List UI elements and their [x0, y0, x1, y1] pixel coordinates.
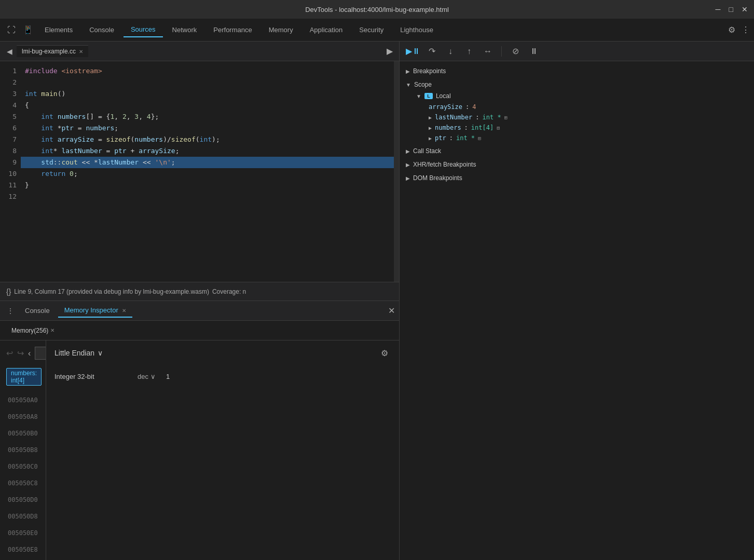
code-scrollbar[interactable] — [394, 61, 399, 282]
step-into-button[interactable]: ↓ — [443, 44, 458, 59]
scope-item-arraysize[interactable]: arraySize : 4 — [422, 102, 754, 112]
breakpoints-section: ▶ Breakpoints — [400, 65, 754, 77]
close-all-panels[interactable]: ✕ — [388, 306, 395, 316]
tabbar-right: ⚙ ⋮ — [728, 25, 750, 35]
address-input[interactable] — [35, 347, 46, 360]
memory-256-tab[interactable]: Memory(256) ✕ — [6, 325, 60, 336]
breakpoints-triangle: ▶ — [406, 69, 410, 74]
memory-inspector-panel: Little Endian ∨ ⚙ Integer 32-bit dec ∨ 1 — [46, 340, 399, 560]
file-tab-name: lmi-bug-example.cc — [22, 48, 76, 55]
memory-subtabs: Memory(256) ✕ — [0, 321, 399, 340]
format-icon[interactable]: {} — [6, 288, 11, 296]
code-line-10: return 0; — [21, 168, 394, 180]
tab-application[interactable]: Application — [303, 23, 350, 37]
addr-back-button[interactable]: ↩ — [6, 347, 13, 360]
tab-elements[interactable]: Elements — [37, 23, 80, 37]
dom-section: ▶ DOM Breakpoints — [400, 172, 754, 184]
scope-triangle: ▼ — [406, 82, 411, 88]
hex-row-10: 005050E8 10515000 1E515000 . Q P . □ Q P… — [6, 541, 46, 558]
debugger-toolbar: ▶⏸ ↷ ↓ ↑ ↔ ⊘ ⏸ — [400, 42, 754, 61]
toolbar-divider — [501, 46, 502, 57]
memory-main: ↩ ↪ ‹ › ↻ numbers: int[4] — [0, 340, 399, 560]
tab-performance[interactable]: Performance — [206, 23, 259, 37]
status-bar: {} Line 9, Column 17 (provided via debug… — [0, 282, 399, 301]
run-icon[interactable]: ▶ — [382, 46, 397, 56]
hex-row-5: 005050C0 2E2F7468 69732E70 . / t h i s .… — [6, 458, 46, 475]
tab-memory-inspector[interactable]: Memory Inspector ✕ — [58, 304, 133, 318]
file-tab-close[interactable]: ✕ — [79, 49, 83, 54]
resume-button[interactable]: ▶⏸ — [406, 44, 420, 59]
right-panel: ▶⏸ ↷ ↓ ↑ ↔ ⊘ ⏸ ▶ Breakpoints ▼ Scope — [400, 42, 754, 560]
file-tabs: ◀ lmi-bug-example.cc ✕ ▶ — [0, 42, 399, 61]
code-line-9: std::cout << *lastNumber << '\n'; — [21, 157, 394, 168]
hex-table: 005050A0 01 00 00 00 — [6, 392, 46, 558]
dom-header[interactable]: ▶ DOM Breakpoints — [400, 172, 754, 184]
scope-item-ptr[interactable]: ▶ ptr : int * ⊞ — [422, 133, 754, 143]
addr-forward-button[interactable]: ↪ — [17, 347, 24, 360]
memory-inspector-tab-close[interactable]: ✕ — [122, 308, 126, 313]
sidebar-toggle[interactable]: ◀ — [2, 44, 17, 59]
dom-label: DOM Breakpoints — [413, 174, 462, 182]
xhr-header[interactable]: ▶ XHR/fetch Breakpoints — [400, 159, 754, 170]
callstack-section: ▶ Call Stack — [400, 145, 754, 157]
device-icon[interactable]: 📱 — [21, 23, 35, 37]
close-button[interactable]: ✕ — [742, 5, 748, 13]
breakpoints-header[interactable]: ▶ Breakpoints — [400, 65, 754, 77]
callstack-header[interactable]: ▶ Call Stack — [400, 145, 754, 157]
addr-prev-button[interactable]: ‹ — [28, 347, 31, 360]
inspector-int32-value: 1 — [166, 373, 170, 380]
local-header[interactable]: ▼ L Local — [412, 90, 754, 102]
xhr-section: ▶ XHR/fetch Breakpoints — [400, 159, 754, 170]
settings-icon[interactable]: ⚙ — [728, 25, 735, 35]
tab-lighthouse[interactable]: Lighthouse — [393, 23, 441, 37]
titlebar-title: DevTools - localhost:4000/lmi-bug-exampl… — [305, 6, 449, 13]
hex-row-8: 005050D8 914E0000 00000000 . N . . . . .… — [6, 508, 46, 525]
inspect-icon[interactable]: ⛶ — [4, 23, 19, 37]
code-line-7: int arraySize = sizeof(numbers)/sizeof(i… — [21, 134, 394, 145]
file-tab-lmi[interactable]: lmi-bug-example.cc ✕ — [17, 45, 88, 57]
code-editor[interactable]: #include <iostream> int main() { int num… — [21, 61, 394, 282]
tab-sources[interactable]: Sources — [124, 22, 163, 37]
endian-chevron: ∨ — [98, 349, 103, 357]
hex-row-7: 005050D0 C0505000 00000000 . P P . . . .… — [6, 491, 46, 508]
endian-selector[interactable]: Little Endian ∨ — [54, 349, 103, 357]
endian-row: Little Endian ∨ ⚙ — [54, 347, 391, 359]
code-line-1: #include <iostream> — [21, 65, 394, 77]
numbers-badge: numbers: int[4] — [6, 368, 42, 386]
tab-console-bottom[interactable]: Console — [19, 304, 56, 317]
format-chevron: ∨ — [150, 373, 156, 380]
window-controls[interactable]: ─ □ ✕ — [716, 5, 748, 13]
tab-console[interactable]: Console — [82, 23, 121, 37]
scope-container: ▶ Breakpoints ▼ Scope ▼ L Local — [400, 61, 754, 560]
local-items: arraySize : 4 ▶ lastNumber : int * ⊞ — [412, 102, 754, 143]
minimize-button[interactable]: ─ — [716, 5, 721, 13]
address-bar: ↩ ↪ ‹ › ↻ — [6, 347, 39, 360]
memory-256-close[interactable]: ✕ — [50, 327, 54, 333]
more-icon[interactable]: ⋮ — [742, 25, 750, 35]
code-container: 12345 678910 1112 #include <iostream> in… — [0, 61, 399, 282]
step-back-button[interactable]: ↔ — [481, 44, 495, 59]
scope-item-numbers[interactable]: ▶ numbers : int[4] ⊞ — [422, 122, 754, 133]
tab-memory[interactable]: Memory — [262, 23, 300, 37]
pause-on-exceptions[interactable]: ⏸ — [527, 44, 541, 59]
memory-settings-icon[interactable]: ⚙ — [378, 347, 391, 359]
inspector-row-int32: Integer 32-bit dec ∨ 1 — [54, 370, 391, 384]
scope-label: Scope — [414, 81, 432, 88]
tab-network[interactable]: Network — [165, 23, 204, 37]
step-over-button[interactable]: ↷ — [424, 44, 439, 59]
code-line-12 — [21, 191, 394, 202]
tab-security[interactable]: Security — [352, 23, 391, 37]
scope-header[interactable]: ▼ Scope — [400, 79, 754, 90]
step-out-button[interactable]: ↑ — [462, 44, 476, 59]
local-label: Local — [436, 92, 451, 100]
maximize-button[interactable]: □ — [729, 5, 733, 13]
callstack-triangle: ▶ — [406, 148, 410, 154]
code-line-2 — [21, 77, 394, 88]
inspector-format-selector[interactable]: dec ∨ — [138, 373, 156, 380]
titlebar: DevTools - localhost:4000/lmi-bug-exampl… — [0, 0, 754, 19]
scope-item-lastnumber[interactable]: ▶ lastNumber : int * ⊞ — [422, 112, 754, 122]
deactivate-button[interactable]: ⊘ — [508, 44, 523, 59]
more-tabs-icon[interactable]: ⋮ — [4, 305, 17, 317]
code-line-4: { — [21, 100, 394, 111]
devtools-tabbar: ⛶ 📱 Elements Console Sources Network Per… — [0, 19, 754, 42]
